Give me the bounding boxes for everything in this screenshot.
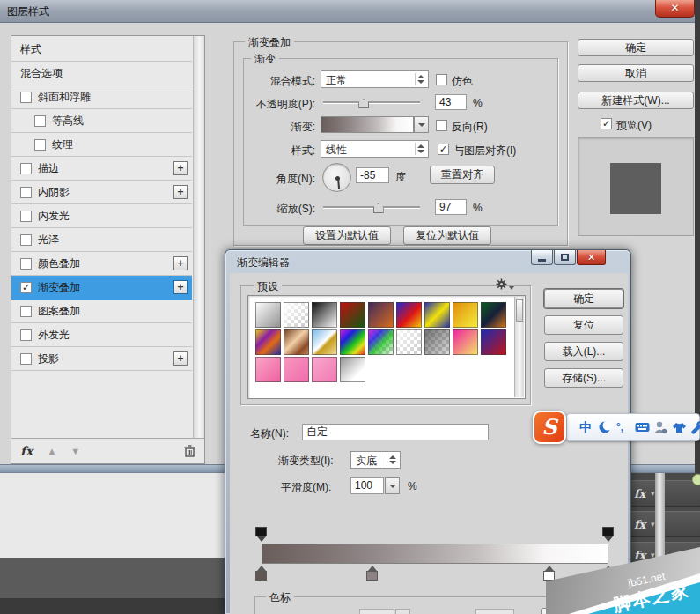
gradient-type-select[interactable]: 实底 — [350, 451, 401, 469]
gradient-preset[interactable] — [284, 302, 309, 328]
opacity-input[interactable]: 43 — [435, 94, 467, 110]
style-list-item[interactable]: 外发光 — [11, 323, 192, 347]
layer-fx-icon[interactable]: fx — [634, 487, 645, 500]
style-list-item[interactable]: 投影+ — [11, 347, 192, 371]
gradient-preset[interactable] — [255, 329, 281, 355]
color-stop[interactable] — [602, 566, 614, 581]
style-list-item[interactable]: 颜色叠加+ — [11, 252, 192, 276]
color-stop[interactable] — [255, 566, 267, 581]
item-checkbox[interactable] — [20, 211, 32, 222]
add-effect-icon[interactable]: + — [173, 256, 188, 270]
item-checkbox[interactable] — [34, 115, 46, 127]
gradient-preset[interactable] — [481, 302, 506, 328]
item-checkbox[interactable] — [20, 92, 32, 103]
smoothness-dropdown-button[interactable] — [385, 477, 400, 494]
soft-keyboard-icon[interactable] — [635, 419, 649, 435]
add-effect-icon[interactable]: + — [173, 161, 188, 175]
gradient-preset[interactable] — [255, 357, 281, 382]
add-effect-icon[interactable]: + — [173, 351, 188, 366]
blend-mode-select[interactable]: 正常 — [321, 70, 429, 88]
layer-fx-icon[interactable]: fx — [634, 549, 645, 562]
item-checkbox[interactable] — [20, 234, 32, 246]
color-stop[interactable] — [543, 566, 555, 581]
ge-save-button[interactable]: 存储(S)... — [544, 368, 623, 388]
style-list-item[interactable]: 混合选项 — [11, 62, 192, 85]
style-list-item[interactable]: 纹理 — [11, 133, 192, 157]
gradient-preset[interactable] — [453, 302, 478, 328]
stop-opacity-input[interactable] — [359, 609, 394, 614]
style-list-scrollbar[interactable] — [193, 36, 204, 439]
gradient-strip[interactable] — [262, 544, 608, 564]
gradient-swatch[interactable] — [321, 116, 414, 133]
set-default-button[interactable]: 设置为默认值 — [303, 226, 391, 245]
gradient-preset[interactable] — [424, 302, 450, 328]
presets-scrollbar-thumb[interactable] — [516, 299, 523, 322]
style-list-item[interactable]: 内阴影+ — [11, 181, 192, 204]
style-list-item[interactable]: 图案叠加 — [11, 300, 192, 323]
presets-menu[interactable] — [496, 278, 514, 292]
settings-wrench-icon[interactable] — [690, 419, 700, 435]
scale-slider[interactable] — [323, 202, 420, 214]
minimize-button[interactable] — [531, 250, 553, 265]
style-list-item[interactable]: 描边+ — [11, 157, 192, 181]
gradient-preset[interactable] — [340, 357, 365, 382]
smoothness-input[interactable]: 100 — [350, 477, 384, 494]
angle-input[interactable]: -85 — [356, 167, 389, 183]
ge-ok-button[interactable]: 确定 — [544, 289, 623, 308]
gradient-preset[interactable] — [255, 302, 281, 328]
gradient-preset[interactable] — [368, 329, 394, 355]
stop-opacity-dropdown-button[interactable] — [395, 609, 410, 614]
ok-button[interactable]: 确定 — [578, 39, 694, 56]
style-list-item[interactable]: 斜面和浮雕 — [11, 85, 192, 109]
gradient-preset[interactable] — [368, 302, 394, 328]
angle-dial[interactable] — [322, 163, 351, 192]
gradient-preset[interactable] — [481, 329, 506, 355]
new-style-button[interactable]: 新建样式(W)... — [578, 92, 694, 109]
opacity-stop[interactable] — [602, 527, 614, 542]
dialog-titlebar[interactable]: 图层样式 — [0, 0, 695, 23]
scale-slider-thumb[interactable] — [373, 203, 384, 213]
dither-checkbox[interactable] — [436, 74, 447, 85]
fx-menu-icon[interactable]: fx — [20, 444, 33, 458]
scale-input[interactable]: 97 — [435, 199, 467, 215]
ge-reset-button[interactable]: 复位 — [544, 315, 623, 335]
reset-align-button[interactable]: 重置对齐 — [430, 166, 495, 184]
chinese-mode-icon[interactable]: 中 — [579, 419, 593, 435]
sogou-logo[interactable]: S — [533, 411, 566, 444]
trash-icon[interactable] — [184, 445, 195, 457]
item-checkbox[interactable] — [20, 258, 32, 270]
ime-toolbar[interactable]: 中 °, — [566, 413, 700, 441]
item-checkbox[interactable]: ✓ — [20, 282, 32, 293]
gradient-preset[interactable] — [284, 329, 309, 355]
close-button[interactable]: ✕ — [577, 250, 606, 265]
item-checkbox[interactable] — [20, 353, 32, 365]
gradient-picker-button[interactable] — [414, 116, 429, 133]
layer-fx-icon[interactable]: fx — [634, 518, 645, 531]
add-effect-icon[interactable]: + — [173, 185, 188, 199]
opacity-slider[interactable] — [323, 97, 420, 109]
opacity-stop[interactable] — [255, 527, 267, 542]
gradient-preset[interactable] — [284, 357, 309, 382]
user-lexicon-icon[interactable] — [653, 419, 667, 435]
punctuation-icon[interactable]: °, — [616, 419, 630, 435]
reverse-checkbox[interactable] — [436, 120, 447, 131]
align-checkbox[interactable]: ✓ — [438, 144, 449, 155]
style-list-item[interactable]: 等高线 — [11, 109, 192, 133]
gradient-preset[interactable] — [340, 302, 365, 328]
item-checkbox[interactable] — [20, 163, 32, 174]
move-up-icon[interactable]: ▲ — [47, 446, 56, 456]
gradient-preset[interactable] — [453, 329, 478, 355]
color-stop[interactable] — [366, 566, 378, 581]
gradient-preset[interactable] — [312, 329, 337, 355]
stop-position-input[interactable] — [475, 609, 514, 614]
gradient-preset[interactable] — [312, 302, 337, 328]
gradient-preset[interactable] — [396, 329, 422, 355]
style-list-item[interactable]: 样式 — [11, 38, 192, 62]
reset-default-button[interactable]: 复位为默认值 — [403, 226, 491, 245]
preview-checkbox[interactable]: ✓ — [601, 118, 612, 129]
fullwidth-moon-icon[interactable] — [598, 419, 612, 435]
gradient-preset[interactable] — [424, 329, 450, 355]
cancel-button[interactable]: 取消 — [578, 64, 694, 82]
opacity-slider-thumb[interactable] — [358, 99, 369, 108]
style-list-item[interactable]: 光泽 — [11, 228, 192, 252]
